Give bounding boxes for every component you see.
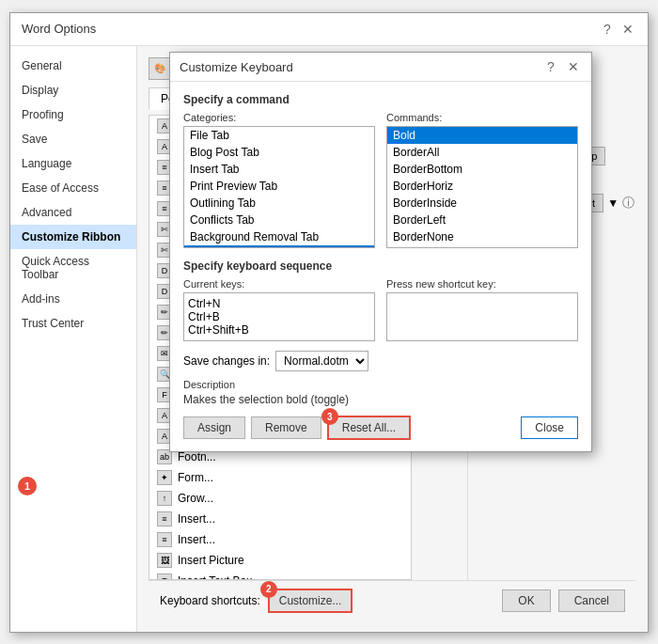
current-key-1: Ctrl+N bbox=[188, 297, 370, 310]
keyboard-two-col: Current keys: Ctrl+N Ctrl+B Ctrl+Shift+B… bbox=[183, 278, 578, 341]
sidebar-item-label: Quick Access Toolbar bbox=[22, 255, 89, 281]
command-label: BorderLeft bbox=[393, 213, 446, 227]
list-item[interactable]: ≡ Insert... bbox=[149, 509, 411, 529]
customize-btn-label: Customize... bbox=[279, 594, 342, 607]
category-label: Conflicts Tab bbox=[190, 213, 254, 227]
annotation-badge-1: 1 bbox=[18, 477, 37, 495]
save-changes-select[interactable]: Normal.dotm bbox=[275, 351, 368, 371]
ok-button[interactable]: OK bbox=[502, 589, 550, 612]
sidebar-item-save[interactable]: Save bbox=[10, 127, 136, 151]
command-item-borderinside[interactable]: BorderInside bbox=[387, 195, 577, 212]
command-label: BorderInside bbox=[393, 196, 457, 210]
description-section: Description Makes the selection bold (to… bbox=[183, 379, 578, 406]
current-keys-label: Current keys: bbox=[183, 278, 375, 290]
bottom-bar: Keyboard shortcuts: 2 Customize... OK Ca… bbox=[149, 580, 636, 620]
commands-label: Commands: bbox=[386, 112, 578, 123]
press-new-label: Press new shortcut key: bbox=[386, 278, 578, 290]
commands-listbox[interactable]: Bold BorderAll BorderBottom BorderHoriz bbox=[386, 126, 578, 248]
sidebar-item-label: Language bbox=[22, 157, 71, 170]
sidebar-item-proofing[interactable]: Proofing bbox=[10, 102, 136, 127]
ck-body: Specify a command Categories: File Tab B… bbox=[170, 82, 591, 451]
sidebar-item-add-ins[interactable]: Add-ins bbox=[10, 287, 136, 311]
sidebar-item-label: Advanced bbox=[22, 206, 71, 219]
sidebar-item-trust-center[interactable]: Trust Center bbox=[10, 311, 136, 336]
categories-label: Categories: bbox=[183, 112, 375, 123]
command-item-borderall[interactable]: BorderAll bbox=[387, 144, 577, 161]
item-icon: ↑ bbox=[157, 491, 172, 506]
command-item-bold[interactable]: Bold bbox=[387, 127, 577, 144]
info-icon: ⓘ bbox=[622, 195, 634, 212]
category-item-home-tab[interactable]: Home Tab bbox=[184, 245, 374, 248]
category-label: Blog Post Tab bbox=[190, 146, 259, 159]
keyboard-sequence-section: Specify keyboard sequence Current keys: … bbox=[183, 259, 578, 341]
category-item-conflicts-tab[interactable]: Conflicts Tab bbox=[184, 212, 374, 228]
category-item-blog-post-tab[interactable]: Blog Post Tab bbox=[184, 144, 374, 161]
customize-button[interactable]: 2 Customize... bbox=[268, 589, 353, 613]
list-item[interactable]: 🖼 Insert Picture bbox=[149, 550, 411, 571]
remove-button[interactable]: Remove bbox=[251, 416, 321, 439]
command-label: BorderAll bbox=[393, 146, 439, 159]
item-label: Form... bbox=[178, 471, 213, 484]
current-keys-box: Ctrl+N Ctrl+B Ctrl+Shift+B bbox=[183, 292, 375, 341]
sidebar-item-customize-ribbon[interactable]: 1 Customize Ribbon bbox=[10, 225, 136, 249]
sidebar-item-advanced[interactable]: Advanced bbox=[10, 200, 136, 225]
specify-keyboard-label: Specify keyboard sequence bbox=[183, 259, 578, 273]
sidebar-item-general[interactable]: General bbox=[10, 54, 136, 78]
list-item[interactable]: T Insert Text Box bbox=[149, 571, 411, 580]
description-label: Description bbox=[183, 379, 578, 390]
sidebar-item-label: Trust Center bbox=[22, 317, 84, 330]
current-key-2: Ctrl+B bbox=[188, 310, 370, 323]
item-icon: ≡ bbox=[157, 532, 172, 547]
sidebar-item-label: Display bbox=[22, 84, 58, 97]
list-item[interactable]: ≡ Insert... bbox=[149, 529, 411, 550]
reset-dropdown-icon[interactable]: ▼ bbox=[607, 196, 619, 210]
sidebar-item-label: Customize Ribbon bbox=[22, 230, 120, 243]
sidebar-item-label: Proofing bbox=[22, 108, 64, 121]
sidebar-item-quick-access-toolbar[interactable]: Quick Access Toolbar bbox=[10, 249, 136, 287]
command-item-borderoutside[interactable]: BorderOutside bbox=[387, 245, 577, 248]
ck-close-action-button[interactable]: Close bbox=[521, 416, 578, 439]
item-icon: T bbox=[157, 573, 172, 580]
item-label: Grow... bbox=[178, 492, 213, 505]
keyboard-shortcuts-row: Keyboard shortcuts: 2 Customize... bbox=[160, 589, 352, 613]
command-columns: Categories: File Tab Blog Post Tab Inser… bbox=[183, 112, 578, 248]
category-item-outlining-tab[interactable]: Outlining Tab bbox=[184, 195, 374, 212]
assign-button[interactable]: Assign bbox=[183, 416, 245, 439]
sidebar-item-ease-of-access[interactable]: Ease of Access bbox=[10, 176, 136, 200]
command-label: BorderBottom bbox=[393, 163, 462, 176]
cancel-button[interactable]: Cancel bbox=[558, 589, 625, 612]
ribbon-icon: 🎨 bbox=[149, 57, 171, 80]
command-item-bordernone[interactable]: BorderNone bbox=[387, 228, 577, 245]
categories-col: Categories: File Tab Blog Post Tab Inser… bbox=[183, 112, 375, 248]
command-item-borderbottom[interactable]: BorderBottom bbox=[387, 161, 577, 178]
new-shortcut-col: Press new shortcut key: bbox=[386, 278, 578, 341]
action-buttons: OK Cancel bbox=[502, 589, 625, 612]
save-changes-row: Save changes in: Normal.dotm bbox=[183, 351, 578, 371]
item-label: Insert... bbox=[178, 533, 215, 546]
category-item-background-removal-tab[interactable]: Background Removal Tab bbox=[184, 228, 374, 245]
ck-help-button[interactable]: ? bbox=[542, 58, 559, 75]
word-options-titlebar: Word Options ? ✕ bbox=[10, 13, 648, 46]
close-button[interactable]: ✕ bbox=[619, 21, 636, 38]
command-item-borderhoriz[interactable]: BorderHoriz bbox=[387, 178, 577, 195]
command-item-borderleft[interactable]: BorderLeft bbox=[387, 212, 577, 228]
sidebar-item-display[interactable]: Display bbox=[10, 78, 136, 102]
reset-all-button[interactable]: 3 Reset All... bbox=[327, 416, 411, 440]
item-label: Insert... bbox=[178, 512, 215, 526]
new-shortcut-input[interactable] bbox=[386, 292, 578, 341]
sidebar-item-label: Save bbox=[22, 133, 47, 146]
ck-close-button[interactable]: ✕ bbox=[565, 58, 582, 75]
word-options-title: Word Options bbox=[22, 22, 96, 36]
command-label: BorderNone bbox=[393, 230, 454, 243]
category-item-insert-tab[interactable]: Insert Tab bbox=[184, 161, 374, 178]
category-item-print-preview-tab[interactable]: Print Preview Tab bbox=[184, 178, 374, 195]
ck-controls: ? ✕ bbox=[542, 58, 582, 75]
category-item-file-tab[interactable]: File Tab bbox=[184, 127, 374, 144]
ck-action-row: Assign Remove 3 Reset All... Close bbox=[183, 416, 578, 440]
list-item[interactable]: ✦ Form... bbox=[149, 467, 411, 488]
categories-listbox[interactable]: File Tab Blog Post Tab Insert Tab Print … bbox=[183, 126, 375, 248]
help-button[interactable]: ? bbox=[599, 21, 616, 38]
current-keys-col: Current keys: Ctrl+N Ctrl+B Ctrl+Shift+B bbox=[183, 278, 375, 341]
list-item[interactable]: ↑ Grow... bbox=[149, 488, 411, 509]
sidebar-item-language[interactable]: Language bbox=[10, 151, 136, 176]
